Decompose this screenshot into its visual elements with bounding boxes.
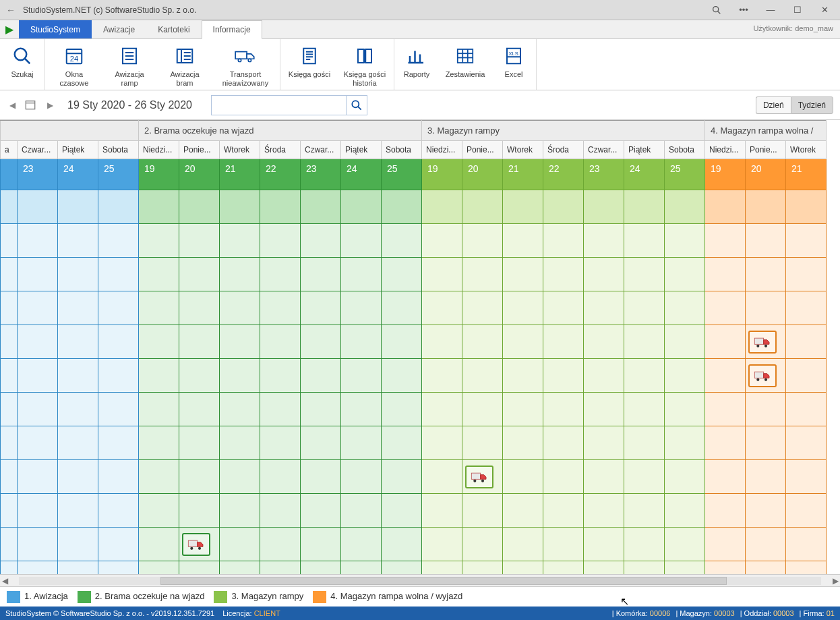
schedule-cell[interactable] <box>139 460 179 494</box>
schedule-cell[interactable] <box>786 393 827 426</box>
schedule-cell[interactable] <box>705 426 746 460</box>
schedule-cell[interactable] <box>786 224 827 258</box>
schedule-cell[interactable] <box>705 393 746 426</box>
schedule-cell[interactable] <box>584 359 624 393</box>
schedule-cell[interactable] <box>786 359 827 393</box>
day-number-cell[interactable]: 19 <box>705 159 746 190</box>
schedule-cell[interactable] <box>1 224 18 258</box>
schedule-cell[interactable] <box>382 359 422 393</box>
schedule-cell[interactable] <box>58 426 98 460</box>
ribbon-awizacja-bram[interactable]: Awizacja bram <box>161 42 208 87</box>
schedule-cell[interactable] <box>220 426 260 460</box>
schedule-cell[interactable] <box>18 190 58 224</box>
schedule-cell[interactable] <box>665 494 705 528</box>
schedule-cell[interactable] <box>584 561 624 575</box>
schedule-cell[interactable] <box>179 258 220 291</box>
schedule-cell[interactable] <box>1 460 18 494</box>
more-icon[interactable]: ••• <box>732 2 755 18</box>
schedule-cell[interactable] <box>665 561 705 575</box>
schedule-cell[interactable] <box>260 325 301 359</box>
schedule-cell[interactable] <box>665 291 705 325</box>
schedule-cell[interactable] <box>624 190 665 224</box>
schedule-cell[interactable] <box>382 291 422 325</box>
schedule-cell[interactable] <box>503 494 543 528</box>
view-week-button[interactable]: Tydzień <box>791 96 833 114</box>
schedule-cell[interactable] <box>746 224 786 258</box>
schedule-cell[interactable] <box>98 291 139 325</box>
schedule-cell[interactable] <box>220 291 260 325</box>
day-header[interactable]: Czwar... <box>18 141 58 159</box>
ribbon-search[interactable]: Szukaj <box>5 42 39 79</box>
schedule-cell[interactable] <box>624 460 665 494</box>
schedule-cell[interactable] <box>422 224 462 258</box>
schedule-cell[interactable] <box>179 393 220 426</box>
schedule-cell[interactable] <box>746 258 786 291</box>
schedule-cell[interactable] <box>624 291 665 325</box>
schedule-cell[interactable] <box>462 224 503 258</box>
schedule-cell[interactable] <box>18 359 58 393</box>
schedule-cell[interactable] <box>341 393 382 426</box>
schedule-cell[interactable] <box>98 258 139 291</box>
schedule-cell[interactable] <box>422 190 462 224</box>
schedule-cell[interactable] <box>624 325 665 359</box>
schedule-cell[interactable] <box>58 494 98 528</box>
schedule-cell[interactable] <box>422 561 462 575</box>
schedule-cell[interactable] <box>665 190 705 224</box>
schedule-cell[interactable] <box>18 426 58 460</box>
schedule-cell[interactable] <box>543 426 584 460</box>
schedule-cell[interactable] <box>139 561 179 575</box>
schedule-cell[interactable] <box>624 426 665 460</box>
ribbon-okna-czasowe[interactable]: 24 Okna czasowe <box>51 42 98 87</box>
day-header[interactable]: Piątek <box>341 141 382 159</box>
close-button[interactable]: ✕ <box>813 2 836 18</box>
scroll-thumb[interactable] <box>160 577 727 585</box>
schedule-cell[interactable] <box>705 561 746 575</box>
schedule-cell[interactable] <box>786 494 827 528</box>
schedule-cell[interactable] <box>584 325 624 359</box>
schedule-cell[interactable] <box>179 426 220 460</box>
ribbon-ksiega-gosci-historia[interactable]: Księga gości historia <box>341 42 388 87</box>
schedule-cell[interactable] <box>665 393 705 426</box>
schedule-cell[interactable] <box>382 258 422 291</box>
schedule-cell[interactable] <box>584 291 624 325</box>
schedule-cell[interactable] <box>503 426 543 460</box>
schedule-cell[interactable] <box>139 190 179 224</box>
schedule-cell[interactable] <box>665 224 705 258</box>
grid-search-button[interactable] <box>346 95 367 115</box>
schedule-cell[interactable] <box>179 359 220 393</box>
schedule-cell[interactable] <box>705 325 746 359</box>
schedule-cell[interactable] <box>301 190 341 224</box>
schedule-cell[interactable] <box>98 494 139 528</box>
schedule-cell[interactable] <box>1 359 18 393</box>
day-number-cell[interactable]: 24 <box>341 159 382 190</box>
schedule-cell[interactable] <box>503 325 543 359</box>
schedule-cell[interactable] <box>422 258 462 291</box>
schedule-cell[interactable] <box>462 460 503 494</box>
schedule-cell[interactable] <box>301 291 341 325</box>
schedule-cell[interactable] <box>98 528 139 561</box>
minimize-button[interactable]: — <box>759 2 782 18</box>
schedule-cell[interactable] <box>503 528 543 561</box>
schedule-cell[interactable] <box>746 561 786 575</box>
day-number-cell[interactable]: 21 <box>220 159 260 190</box>
schedule-cell[interactable] <box>786 561 827 575</box>
day-header[interactable]: Ponie... <box>179 141 220 159</box>
day-header[interactable]: Niedzi... <box>422 141 462 159</box>
schedule-cell[interactable] <box>705 494 746 528</box>
schedule-cell[interactable] <box>301 426 341 460</box>
schedule-cell[interactable] <box>341 561 382 575</box>
schedule-cell[interactable] <box>98 325 139 359</box>
schedule-cell[interactable] <box>341 325 382 359</box>
schedule-cell[interactable] <box>382 325 422 359</box>
schedule-cell[interactable] <box>260 426 301 460</box>
tab-studiosystem[interactable]: StudioSystem <box>19 20 92 38</box>
schedule-cell[interactable] <box>584 426 624 460</box>
day-header[interactable]: Piątek <box>624 141 665 159</box>
ribbon-excel[interactable]: XLS Excel <box>497 42 531 79</box>
day-number-cell[interactable]: 20 <box>462 159 503 190</box>
schedule-cell[interactable] <box>382 494 422 528</box>
schedule-cell[interactable] <box>341 291 382 325</box>
schedule-cell[interactable] <box>139 359 179 393</box>
day-number-cell[interactable]: 25 <box>665 159 705 190</box>
schedule-cell[interactable] <box>139 291 179 325</box>
